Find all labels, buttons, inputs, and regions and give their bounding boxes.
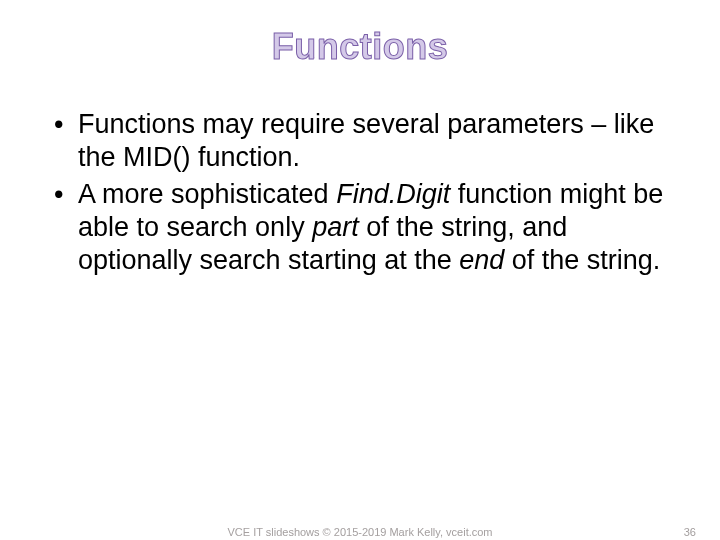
bullet-list: Functions may require several parameters… (48, 108, 680, 277)
slide: Functions Functions may require several … (0, 0, 720, 540)
footer-page-number: 36 (684, 526, 696, 538)
bullet-item: A more sophisticated Find.Digit function… (48, 178, 680, 277)
slide-body: Functions may require several parameters… (30, 108, 690, 277)
bullet-item: Functions may require several parameters… (48, 108, 680, 174)
slide-title: Functions (30, 26, 690, 68)
bullet-text-segment: part (312, 212, 359, 242)
footer-credit: VCE IT slideshows © 2015-2019 Mark Kelly… (227, 526, 492, 538)
bullet-text-segment: of the string. (504, 245, 660, 275)
bullet-text-segment: A more sophisticated (78, 179, 336, 209)
bullet-text-segment: Functions may require several parameters… (78, 109, 654, 172)
bullet-text-segment: end (459, 245, 504, 275)
bullet-text-segment: Find.Digit (336, 179, 450, 209)
